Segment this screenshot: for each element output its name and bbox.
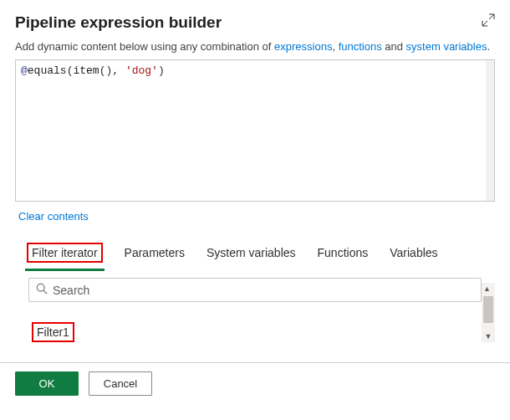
scroll-down-arrow[interactable]: ▼: [485, 330, 492, 342]
tabs-row: Filter iterator Parameters System variab…: [15, 238, 495, 271]
content-scrollbar[interactable]: ▲ ▼: [482, 283, 495, 342]
scroll-up-arrow[interactable]: ▲: [483, 283, 493, 295]
ok-button[interactable]: OK: [15, 371, 79, 396]
editor-scrollbar[interactable]: [486, 60, 494, 201]
search-wrap: [28, 278, 482, 302]
page-title: Pipeline expression builder: [15, 13, 222, 32]
filter1-highlight: Filter1: [32, 322, 74, 342]
expression-editor-wrap: @equals(item(), 'dog'): [15, 59, 495, 202]
system-variables-link[interactable]: system variables: [406, 40, 487, 53]
cancel-button[interactable]: Cancel: [89, 371, 152, 396]
search-icon: [36, 283, 48, 297]
content-pane: Filter1 ▲ ▼: [15, 278, 495, 342]
search-input[interactable]: [53, 284, 474, 297]
tab-system-variables[interactable]: System variables: [205, 241, 298, 268]
subtitle-text: Add dynamic content below using any comb…: [15, 40, 274, 53]
list-item-filter1[interactable]: Filter1: [32, 325, 74, 339]
svg-point-0: [37, 284, 44, 291]
tab-filter-iterator[interactable]: Filter iterator: [25, 238, 105, 271]
functions-link[interactable]: functions: [339, 40, 382, 53]
subtitle: Add dynamic content below using any comb…: [15, 40, 495, 53]
tab-variables[interactable]: Variables: [388, 241, 439, 268]
tab-functions[interactable]: Functions: [316, 241, 370, 268]
footer-divider: [0, 362, 510, 363]
clear-contents-link[interactable]: Clear contents: [18, 210, 89, 223]
scroll-thumb[interactable]: [483, 296, 493, 323]
expand-icon[interactable]: [482, 13, 495, 29]
filter-iterator-highlight: Filter iterator: [27, 243, 103, 263]
expression-editor[interactable]: @equals(item(), 'dog'): [16, 60, 494, 201]
tab-parameters[interactable]: Parameters: [123, 241, 186, 268]
expressions-link[interactable]: expressions: [274, 40, 332, 53]
